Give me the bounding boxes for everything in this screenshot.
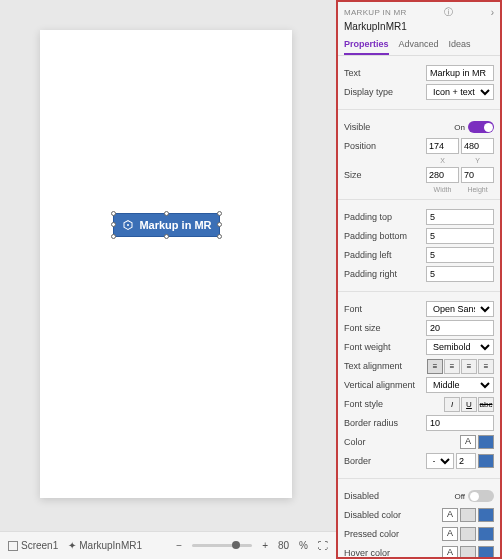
position-y-input[interactable] [461,138,494,154]
status-bar: Screen1 ✦MarkupInMR1 − + 80 % ⛶ [0,531,336,559]
disabled-text-swatch[interactable]: A [442,508,458,522]
font-weight-label: Font weight [344,342,426,352]
text-align-label: Text alignment [344,361,427,371]
vert-align-label: Vertical alignment [344,380,426,390]
visible-toggle[interactable] [468,121,494,133]
artboard[interactable]: Markup in MR [40,30,292,498]
resize-handle[interactable] [217,222,222,227]
resize-handle[interactable] [111,222,116,227]
disabled-fill-swatch[interactable] [460,508,476,522]
breadcrumb-control[interactable]: ✦MarkupInMR1 [68,540,142,551]
padding-bottom-label: Padding bottom [344,231,426,241]
control-name: MarkupInMR1 [338,21,500,36]
border-style-select[interactable]: — [426,453,454,469]
canvas-area: Markup in MR [0,0,336,530]
button-label: Markup in MR [139,219,211,231]
font-label: Font [344,304,426,314]
text-color-swatch[interactable]: A [460,435,476,449]
hover-text-swatch[interactable]: A [442,546,458,559]
tab-ideas[interactable]: Ideas [449,36,471,55]
zoom-out-button[interactable]: − [176,540,182,551]
color-label: Color [344,437,460,447]
position-x-input[interactable] [426,138,459,154]
screen-icon [8,541,18,551]
display-type-label: Display type [344,87,426,97]
padding-left-input[interactable] [426,247,494,263]
text-input[interactable] [426,65,494,81]
resize-handle[interactable] [111,211,116,216]
size-label: Size [344,170,426,180]
disabled-label: Disabled [344,491,454,501]
zoom-slider[interactable] [192,544,252,547]
font-select[interactable]: Open Sans [426,301,494,317]
zoom-value: 80 [278,540,289,551]
padding-bottom-input[interactable] [426,228,494,244]
zoom-in-button[interactable]: + [262,540,268,551]
padding-right-input[interactable] [426,266,494,282]
vert-align-select[interactable]: Middle [426,377,494,393]
resize-handle[interactable] [111,234,116,239]
pressed-color-label: Pressed color [344,529,442,539]
svg-point-0 [127,224,129,226]
resize-handle[interactable] [217,211,222,216]
tab-advanced[interactable]: Advanced [399,36,439,55]
align-left-button[interactable]: ≡ [427,359,443,374]
resize-handle[interactable] [164,234,169,239]
mr-cube-icon [121,218,135,232]
strike-button[interactable]: abc [478,397,494,412]
markup-in-mr-button[interactable]: Markup in MR [113,213,220,237]
fill-color-swatch[interactable] [478,435,494,449]
properties-panel: MARKUP IN MR ⓘ › MarkupInMR1 Properties … [336,0,502,559]
hover-border-swatch[interactable] [478,546,494,559]
disabled-color-label: Disabled color [344,510,442,520]
disabled-toggle[interactable] [468,490,494,502]
zoom-thumb[interactable] [232,541,240,549]
font-size-label: Font size [344,323,426,333]
resize-handle[interactable] [217,234,222,239]
font-size-input[interactable] [426,320,494,336]
pressed-border-swatch[interactable] [478,527,494,541]
border-radius-input[interactable] [426,415,494,431]
italic-button[interactable]: I [444,397,460,412]
pressed-fill-swatch[interactable] [460,527,476,541]
position-label: Position [344,141,426,151]
font-style-label: Font style [344,399,444,409]
text-label: Text [344,68,426,78]
border-label: Border [344,456,426,466]
control-icon: ✦ [68,540,76,551]
align-right-button[interactable]: ≡ [461,359,477,374]
border-radius-label: Border radius [344,418,426,428]
border-color-swatch[interactable] [478,454,494,468]
breadcrumb-screen[interactable]: Screen1 [8,540,58,551]
panel-type-label: MARKUP IN MR [344,8,407,17]
display-type-select[interactable]: Icon + text [426,84,494,100]
size-h-input[interactable] [461,167,494,183]
underline-button[interactable]: U [461,397,477,412]
hover-color-label: Hover color [344,548,442,558]
pressed-text-swatch[interactable]: A [442,527,458,541]
padding-left-label: Padding left [344,250,426,260]
hover-fill-swatch[interactable] [460,546,476,559]
visible-label: Visible [344,122,454,132]
font-weight-select[interactable]: Semibold [426,339,494,355]
padding-right-label: Padding right [344,269,426,279]
align-center-button[interactable]: ≡ [444,359,460,374]
align-justify-button[interactable]: ≡ [478,359,494,374]
resize-handle[interactable] [164,211,169,216]
padding-top-input[interactable] [426,209,494,225]
fit-screen-icon[interactable]: ⛶ [318,540,328,551]
disabled-border-swatch[interactable] [478,508,494,522]
help-icon[interactable]: ⓘ [444,6,453,19]
border-width-input[interactable] [456,453,476,469]
tab-properties[interactable]: Properties [344,36,389,55]
size-w-input[interactable] [426,167,459,183]
padding-top-label: Padding top [344,212,426,222]
chevron-right-icon[interactable]: › [491,7,494,18]
